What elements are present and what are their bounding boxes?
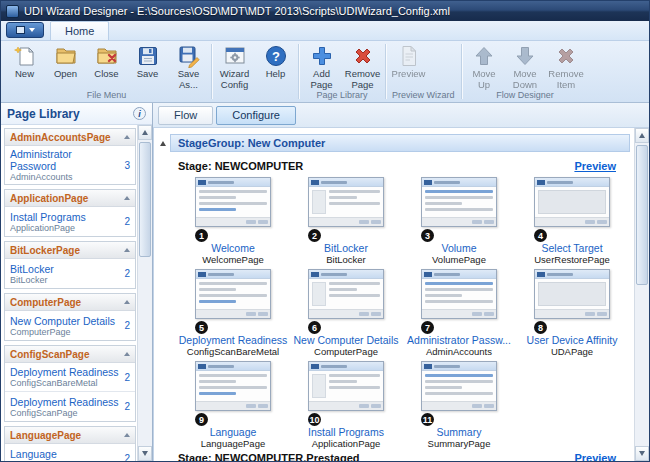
ribbon-group-file-menu: NewOpenCloseSaveSave As...File Menu <box>3 42 210 101</box>
sidebar-group: ComputerPageNew Computer DetailsComputer… <box>4 293 136 341</box>
page-card-languagepage[interactable]: 9LanguageLanguagePage <box>178 360 288 450</box>
ribbon-button-label: Close <box>94 69 118 80</box>
scroll-up-arrow[interactable] <box>635 128 649 143</box>
sidebar-group-applicationpage[interactable]: ApplicationPage <box>5 190 135 207</box>
view-tab-strip: FlowConfigure <box>153 103 649 128</box>
page-card-title: Deployment Readiness <box>178 334 288 346</box>
page-item-subtitle: ConfigScanBareMetal <box>10 378 119 388</box>
save-as-disk-icon <box>177 44 201 68</box>
sidebar-group: BitLockerPageBitLockerBitLocker2 <box>4 241 136 289</box>
page-item-subtitle: ComputerPage <box>10 327 115 337</box>
ribbon-group-label: File Menu <box>4 90 209 101</box>
sidebar-group: LanguagePageLanguageLanguagePage2 <box>4 426 136 461</box>
ribbon-button-new[interactable]: New <box>4 42 45 90</box>
page-item-title: Deployment Readiness <box>10 366 119 378</box>
ribbon-button-save[interactable]: Save <box>127 42 168 90</box>
page-item-count: 2 <box>120 453 130 461</box>
sidebar-group-configscanpage[interactable]: ConfigScanPage <box>5 346 135 363</box>
ribbon-button-help[interactable]: ?Help <box>255 42 296 90</box>
page-card-subtitle: AdminAccounts <box>404 346 514 357</box>
arrow-up-icon <box>142 130 148 135</box>
group-separator <box>461 44 462 99</box>
page-card-computerpage[interactable]: 6New Computer DetailsComputerPage <box>291 268 401 358</box>
page-number-badge: 10 <box>308 413 321 426</box>
scrollbar-thumb[interactable] <box>636 145 648 285</box>
sidebar-item-bitlocker[interactable]: BitLockerBitLocker2 <box>5 259 135 288</box>
page-card-configscanbaremetal[interactable]: 5Deployment ReadinessConfigScanBareMetal <box>178 268 288 358</box>
page-item-count: 2 <box>120 268 130 279</box>
sidebar-group: AdminAccountsPageAdministrator PasswordA… <box>4 128 136 185</box>
collapse-chevron-icon <box>124 248 130 252</box>
page-card-udapage[interactable]: 8User Device AffinityUDAPage <box>517 268 627 358</box>
sidebar-scrollbar[interactable] <box>137 125 152 461</box>
tab-configure[interactable]: Configure <box>216 106 296 125</box>
sidebar-group-languagepage[interactable]: LanguagePage <box>5 427 135 444</box>
info-icon[interactable]: i <box>133 107 146 120</box>
page-card-subtitle: UDAPage <box>517 346 627 357</box>
page-library-list: AdminAccountsPageAdministrator PasswordA… <box>1 125 137 461</box>
ribbon: NewOpenCloseSaveSave As...File MenuWizar… <box>1 41 649 103</box>
page-item-title: BitLocker <box>10 263 54 275</box>
preview-link[interactable]: Preview <box>574 452 616 461</box>
ribbon-button-remove-page[interactable]: Remove Page <box>342 42 383 90</box>
scroll-down-arrow[interactable] <box>635 446 649 461</box>
page-card-userrestorepage[interactable]: 4Select TargetUserRestorePage <box>517 176 627 266</box>
group-separator <box>298 44 299 99</box>
scroll-down-arrow[interactable] <box>138 446 152 461</box>
ribbon-button-label: Move Down <box>513 69 537 90</box>
ribbon-button-preview: Preview <box>388 42 429 90</box>
sidebar-item-computerpage[interactable]: New Computer DetailsComputerPage2 <box>5 311 135 340</box>
page-card-title: Summary <box>404 426 514 438</box>
content-scrollbar[interactable] <box>634 128 649 461</box>
page-card-title: Administrator Passw... <box>404 334 514 346</box>
configure-canvas: StageGroup: New ComputerStage: NEWCOMPUT… <box>153 128 634 461</box>
stagegroup-header[interactable]: StageGroup: New Computer <box>170 134 630 152</box>
ribbon-button-close[interactable]: Close <box>86 42 127 90</box>
sidebar-item-configscanbaremetal[interactable]: Deployment ReadinessConfigScanBareMetal2 <box>5 363 135 392</box>
scrollbar-thumb[interactable] <box>139 142 151 257</box>
ribbon-group-flow-designer: Move UpMove DownRemove ItemFlow Designer <box>463 42 588 101</box>
sidebar-item-languagepage[interactable]: LanguageLanguagePage2 <box>5 444 135 461</box>
page-card-welcomepage[interactable]: 1WelcomeWelcomePage <box>178 176 288 266</box>
page-card-title: Volume <box>404 242 514 254</box>
page-card-volumepage[interactable]: 3VolumeVolumePage <box>404 176 514 266</box>
page-item-title: Install Programs <box>10 211 86 223</box>
page-thumbnail <box>308 269 384 319</box>
page-card-adminaccounts[interactable]: 7Administrator Passw...AdminAccounts <box>404 268 514 358</box>
ribbon-button-wizard-config[interactable]: Wizard Config <box>214 42 255 90</box>
sidebar-group-adminaccountspage[interactable]: AdminAccountsPage <box>5 129 135 146</box>
page-thumbnail <box>534 177 610 227</box>
preview-link[interactable]: Preview <box>574 160 616 172</box>
ribbon-button-label: Save As... <box>178 69 200 90</box>
page-card-subtitle: ApplicationPage <box>291 438 401 449</box>
sidebar-item-configscanpage[interactable]: Deployment ReadinessConfigScanPage2 <box>5 392 135 421</box>
app-menu-button[interactable] <box>6 22 44 38</box>
page-card-bitlocker[interactable]: 2BitLockerBitLocker <box>291 176 401 266</box>
page-number-badge: 2 <box>308 229 321 242</box>
ribbon-button-add-page[interactable]: Add Page <box>301 42 342 90</box>
page-card-title: Welcome <box>178 242 288 254</box>
page-number-badge: 5 <box>195 321 208 334</box>
tab-flow[interactable]: Flow <box>158 106 213 125</box>
sidebar-item-adminaccounts[interactable]: Administrator PasswordAdminAccounts3 <box>5 146 135 184</box>
page-item-title: New Computer Details <box>10 315 115 327</box>
collapse-expander-icon[interactable] <box>160 141 166 146</box>
group-separator <box>211 44 212 99</box>
sidebar-group-bitlockerpage[interactable]: BitLockerPage <box>5 242 135 259</box>
sidebar-group-computerpage[interactable]: ComputerPage <box>5 294 135 311</box>
collapse-chevron-icon <box>124 196 130 200</box>
page-card-summarypage[interactable]: 11SummarySummaryPage <box>404 360 514 450</box>
stage-stage-newcomputer-prestaged: Stage: NEWCOMPUTER.PrestagedPreview <box>176 452 630 461</box>
ribbon-button-label: Remove Item <box>548 69 583 90</box>
page-card-title: Language <box>178 426 288 438</box>
sidebar-item-applicationpage[interactable]: Install ProgramsApplicationPage2 <box>5 207 135 236</box>
ribbon-button-save-as[interactable]: Save As... <box>168 42 209 90</box>
page-card-applicationpage[interactable]: 10Install ProgramsApplicationPage <box>291 360 401 450</box>
tab-home[interactable]: Home <box>50 21 109 40</box>
ribbon-button-open[interactable]: Open <box>45 42 86 90</box>
page-item-subtitle: LanguagePage <box>10 460 71 461</box>
page-item-subtitle: ApplicationPage <box>10 223 86 233</box>
scroll-up-arrow[interactable] <box>138 125 152 140</box>
page-item-title: Language <box>10 448 71 460</box>
sidebar-group-title: AdminAccountsPage <box>10 132 111 143</box>
